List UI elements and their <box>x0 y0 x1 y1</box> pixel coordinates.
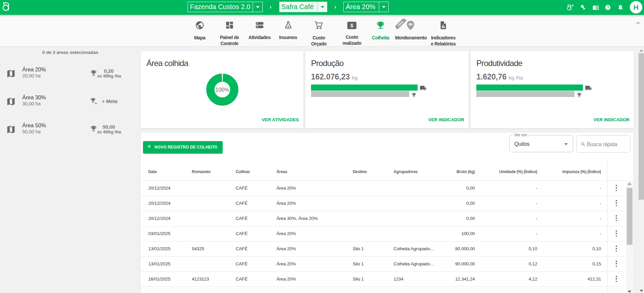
svg-text:$: $ <box>351 23 354 28</box>
svg-text:100%: 100% <box>216 87 229 93</box>
